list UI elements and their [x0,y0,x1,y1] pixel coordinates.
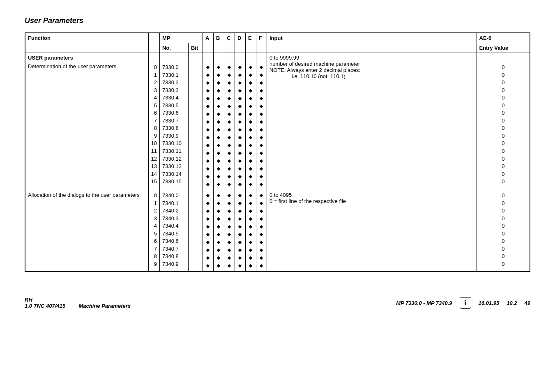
list-item: 7330.6 [162,109,186,117]
diamond-icon [217,81,220,85]
list-item: 0 [502,200,504,207]
diamond-icon [249,233,252,236]
diamond-icon [260,152,263,155]
diamond-icon [228,167,231,171]
footer-section: 10.2 [507,300,517,306]
diamond-icon [206,249,210,252]
diamond-icon [217,202,220,205]
diamond-icon [249,136,252,139]
diamond-icon [228,264,231,267]
diamond-icon [228,175,231,178]
list-item: 0 [502,230,504,238]
list-item: 7330.13 [162,163,186,170]
diamond-icon [260,66,263,69]
diamond-icon [228,81,231,85]
diamond-icon [206,97,210,100]
diamond-icon [238,81,242,85]
list-item: 9 [151,132,157,140]
list-item: 12 [151,155,157,163]
diamond-icon [228,66,231,69]
diamond-icon [228,217,231,221]
th-mp: MP [159,33,203,43]
diamond-icon [249,105,252,108]
diamond-icon [249,97,252,100]
diamond-icon [238,241,242,244]
list-item: 7330.10 [162,140,186,147]
diamond-icon [238,144,242,147]
footer-model: 1.0 TNC 407/415 [25,303,65,309]
list-item: 7330.9 [162,132,186,140]
page-footer: RH 1.0 TNC 407/415 Machine Parameters MP… [25,297,530,309]
diamond-icon [238,152,242,155]
list-item: 4 [151,94,157,101]
list-item: 13 [151,163,157,170]
th-ae6: AE-6 [477,33,530,43]
diamond-icon [228,249,231,252]
list-item: 7340.5 [162,230,186,238]
list-item: 0 [502,215,504,222]
list-item: 0 [502,178,504,185]
diamond-icon [206,256,210,260]
list-item: 0 [502,155,504,163]
diamond-icon [228,144,231,147]
diamond-icon [228,225,231,228]
diamond-icon [249,113,252,116]
diamond-icon [238,217,242,221]
diamond-icon [249,202,252,205]
diamond-icon [249,194,252,197]
diamond-icon [206,120,210,124]
diamond-icon [260,225,263,228]
diamond-icon [238,89,242,92]
th-mp-no: No. [159,43,188,53]
list-item: 7330.4 [162,94,186,101]
diamond-icon [228,256,231,260]
list-item: 0 [502,207,504,214]
diamond-icon [249,210,252,213]
diamond-icon [260,120,263,124]
diamond-icon [249,241,252,244]
list-item: 0 [151,192,157,199]
list-item: 0 [502,238,504,245]
diamond-icon [206,128,210,131]
th-e: E [245,33,256,53]
diamond-icon [249,175,252,178]
diamond-icon [228,183,231,186]
list-item: 0 [502,64,504,71]
th-entry-value: Entry Value [477,43,530,53]
list-item: 11 [151,148,157,155]
diamond-icon [238,105,242,108]
diamond-icon [217,152,220,155]
diamond-icon [228,152,231,155]
diamond-icon [260,97,263,100]
diamond-icon [249,249,252,252]
diamond-icon [206,152,210,155]
diamond-icon [206,144,210,147]
list-item: 7330.12 [162,155,186,163]
th-mp-bit: Bit [188,43,203,53]
list-item: 7330.1 [162,71,186,79]
th-a: A [203,33,213,53]
diamond-icon [217,120,220,124]
th-d: D [235,33,245,53]
list-item: 7330.8 [162,125,186,132]
diamond-icon [238,167,242,171]
diamond-icon [249,74,252,77]
list-item: 7340.2 [162,207,186,214]
diamond-icon [260,74,263,77]
diamond-icon [217,183,220,186]
diamond-icon [260,167,263,171]
list-item: 0 [502,148,504,155]
diamond-icon [206,175,210,178]
diamond-icon [228,233,231,236]
diamond-icon [260,210,263,213]
diamond-icon [217,264,220,267]
diamond-icon [217,175,220,178]
list-item: 8 [151,253,157,260]
list-item: 0 [151,64,157,71]
footer-date: 16.01.95 [479,300,500,306]
list-item: 7340.9 [162,261,186,268]
diamond-icon [228,74,231,77]
list-item: 7330.0 [162,64,186,71]
th-b: B [213,33,224,53]
diamond-icon [228,89,231,92]
